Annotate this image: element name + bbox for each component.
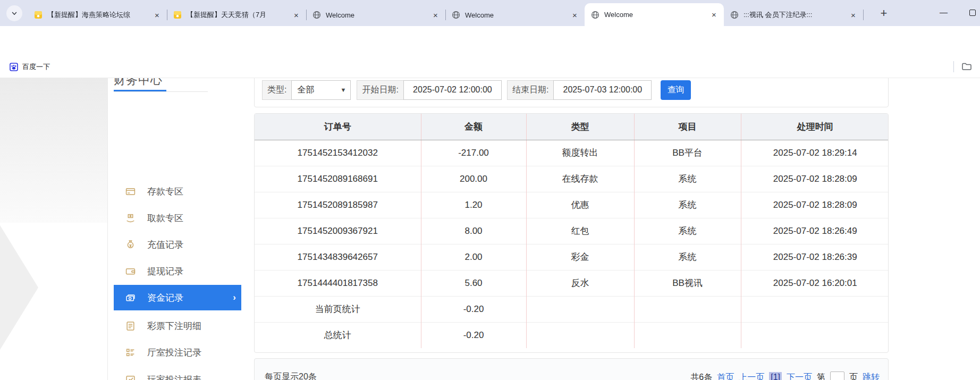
sidebar-item-withdraw-hand[interactable]: 取款专区 ›	[114, 205, 241, 231]
money-bag-icon	[125, 240, 136, 250]
minimize-button[interactable]: —	[940, 7, 948, 16]
tab-close-icon[interactable]: ×	[294, 11, 299, 19]
type-select[interactable]: 全部 ▼	[291, 80, 351, 100]
browser-tab[interactable]: 【新提醒】天天竞猜（7月 ×	[167, 4, 306, 26]
column-header: 项目	[634, 114, 741, 140]
sidebar-item-doc-list[interactable]: 彩票下注明细 ›	[114, 313, 241, 339]
page-size-label: 每页显示20条	[265, 371, 317, 380]
globe-icon	[591, 11, 599, 19]
table-cell: 总统计	[255, 322, 421, 348]
sidebar-item-funds[interactable]: 资金记录 ›	[114, 285, 241, 310]
current-page-badge: [1]	[769, 372, 782, 380]
browser-tab[interactable]: Welcome ×	[445, 4, 585, 26]
records-table-panel: 订单号金额类型项目处理时间 1751452153412032-217.00额度转…	[254, 113, 889, 353]
list-squares-icon	[125, 348, 136, 358]
jump-page-input[interactable]	[830, 371, 844, 380]
jump-button[interactable]: 跳转	[863, 372, 880, 380]
table-cell: 当前页统计	[255, 296, 421, 322]
table-cell: 2025-07-02 18:28:09	[741, 192, 889, 218]
table-cell	[526, 296, 634, 322]
table-cell: 反水	[526, 270, 634, 296]
start-date-label: 开始日期:	[357, 80, 403, 100]
sidebar-underline-accent	[114, 90, 166, 91]
table-row: 17514444018173585.60反水BB视讯2025-07-02 16:…	[255, 270, 889, 296]
bookmarks-bar: 百度一下	[0, 55, 980, 78]
end-date-group: 结束日期: 2025-07-03 12:00:00	[507, 80, 652, 100]
table-cell: 系统	[634, 218, 741, 244]
table-row: 1751452089168691200.00在线存款系统2025-07-02 1…	[255, 166, 889, 192]
first-page-link[interactable]: 首页	[717, 372, 734, 380]
table-cell: 1751444401817358	[255, 270, 421, 296]
type-label: 类型:	[262, 80, 292, 100]
sidebar-item-label: 彩票下注明细	[147, 320, 201, 332]
prev-page-link[interactable]: 上一页	[739, 372, 764, 380]
browser-tab[interactable]: Welcome ×	[585, 3, 724, 26]
baidu-paw-icon	[10, 63, 18, 71]
table-cell	[526, 322, 634, 348]
table-cell: 系统	[634, 244, 741, 270]
search-button[interactable]: 查询	[661, 80, 691, 100]
tab-close-icon[interactable]: ×	[851, 11, 856, 19]
filter-panel: 类型: 全部 ▼ 开始日期: 2025-07-02 12:00:00 结束日期:…	[254, 78, 889, 107]
table-cell: 额度转出	[526, 140, 634, 166]
select-caret-icon: ▼	[341, 87, 347, 93]
table-cell: -0.20	[421, 322, 526, 348]
end-date-label: 结束日期:	[507, 80, 554, 100]
maximize-button[interactable]	[969, 10, 976, 16]
chart-icon	[125, 375, 136, 380]
table-cell: 1751452153412032	[255, 140, 421, 166]
table-cell: 1.20	[421, 192, 526, 218]
doc-list-icon	[125, 321, 136, 331]
sidebar-item-money-bag[interactable]: 充值记录 ›	[114, 232, 241, 257]
tab-close-icon[interactable]: ×	[572, 11, 577, 19]
browser-tab[interactable]: Welcome ×	[306, 4, 445, 26]
table-cell: 红包	[526, 218, 634, 244]
table-header-row: 订单号金额类型项目处理时间	[255, 114, 889, 140]
bookmarks-separator	[953, 61, 954, 72]
browser-tab[interactable]: 【新提醒】海燕策略论坛综 ×	[28, 4, 167, 26]
bookmark-label: 百度一下	[22, 62, 50, 72]
bookmark-baidu[interactable]: 百度一下	[6, 60, 53, 74]
sidebar-item-chart[interactable]: 玩家投注报表 ›	[114, 367, 241, 380]
table-cell: 系统	[634, 166, 741, 192]
table-cell: BB平台	[634, 140, 741, 166]
tab-title: :::视讯 会员下注纪录:::	[744, 10, 848, 20]
sidebar-section-title: 财务中心	[114, 78, 163, 88]
tab-close-icon[interactable]: ×	[712, 11, 716, 19]
start-date-input[interactable]: 2025-07-02 12:00:00	[403, 80, 502, 100]
new-tab-button[interactable]: +	[877, 6, 891, 20]
column-header: 订单号	[255, 114, 421, 140]
pagination-panel: 每页显示20条 共6条 首页 上一页 [1] 下一页 第 页 跳转	[254, 358, 889, 380]
sidebar-item-deposit-card[interactable]: 存款专区 ›	[114, 179, 241, 204]
tab-close-icon[interactable]: ×	[155, 11, 159, 19]
sidebar: 财务中心 存款专区 › 取款专区 › 充值记录 › 提现记录 › 资金记录 › …	[107, 78, 241, 380]
column-header: 金额	[421, 114, 526, 140]
deposit-card-icon	[125, 187, 136, 197]
records-table: 订单号金额类型项目处理时间 1751452153412032-217.00额度转…	[255, 114, 889, 348]
withdraw-hand-icon	[125, 213, 136, 223]
table-cell: 5.60	[421, 270, 526, 296]
table-cell: 8.00	[421, 218, 526, 244]
tab-close-icon[interactable]: ×	[433, 11, 438, 19]
type-select-value: 全部	[297, 85, 314, 96]
pagination-controls: 共6条 首页 上一页 [1] 下一页 第 页 跳转	[686, 371, 880, 380]
summary-row: 当前页统计-0.20	[255, 296, 889, 322]
filter-row: 类型: 全部 ▼ 开始日期: 2025-07-02 12:00:00 结束日期:…	[262, 80, 691, 100]
table-cell: 2.00	[421, 244, 526, 270]
table-cell: 200.00	[421, 166, 526, 192]
end-date-input[interactable]: 2025-07-03 12:00:00	[553, 80, 652, 100]
background-triangle	[0, 225, 38, 350]
table-cell: 2025-07-02 18:28:09	[741, 166, 889, 192]
browser-tab[interactable]: :::视讯 会员下注纪录::: ×	[724, 4, 863, 26]
next-page-link[interactable]: 下一页	[787, 372, 812, 380]
sidebar-item-label: 提现记录	[147, 265, 183, 277]
tab-title: Welcome	[326, 11, 430, 19]
folder-icon[interactable]	[961, 61, 972, 72]
table-cell	[741, 322, 889, 348]
table-cell: -217.00	[421, 140, 526, 166]
table-cell: 1751452089185987	[255, 192, 421, 218]
summary-row: 总统计-0.20	[255, 322, 889, 348]
sidebar-item-wallet[interactable]: 提现记录 ›	[114, 258, 241, 284]
tab-search-button[interactable]	[6, 5, 22, 21]
sidebar-item-list-squares[interactable]: 厅室投注记录 ›	[114, 340, 241, 365]
